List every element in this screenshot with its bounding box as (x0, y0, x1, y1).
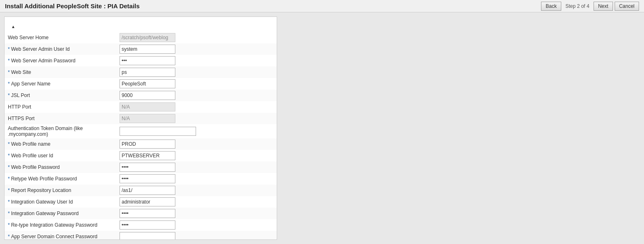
label-web_server_admin_password: * Web Server Admin Password (8, 58, 120, 64)
required-star-report_repository_location: * (8, 187, 10, 193)
input-report_repository_location[interactable] (120, 186, 175, 195)
input-web_server_admin_password[interactable] (120, 56, 175, 65)
input-integration_gateway_user_id[interactable] (120, 197, 175, 206)
label-integration_gateway_user_id: * Integration Gateway User Id (8, 199, 120, 205)
form-row-retype_web_profile_password: * Retype Web Profile Password (5, 173, 277, 185)
input-https_port (120, 114, 175, 123)
form-row-web_server_home: Web Server Home (5, 32, 277, 43)
required-star-web_profile_user_id: * (8, 153, 10, 159)
label-text-auth_token_domain: Authentication Token Domain (like .mycom… (8, 126, 116, 137)
input-web_server_admin_user_id[interactable] (120, 45, 175, 54)
form-row-web_profile_name: * Web Profile name (5, 138, 277, 150)
label-jsl_port: * JSL Port (8, 92, 120, 98)
form-row-web_server_admin_user_id: * Web Server Admin User Id (5, 43, 277, 55)
form-row-integration_gateway_user_id: * Integration Gateway User Id (5, 196, 277, 208)
label-text-web_server_admin_password: Web Server Admin Password (11, 58, 76, 64)
input-web_profile_name[interactable] (120, 140, 175, 149)
label-text-app_server_domain_connect_password: App Server Domain Connect Password (11, 234, 98, 239)
collapse-arrow[interactable]: ▲ (8, 23, 19, 31)
form-row-integration_gateway_password: * Integration Gateway Password (5, 208, 277, 219)
label-retype_web_profile_password: * Retype Web Profile Password (8, 176, 120, 182)
label-text-app_server_name: App Server Name (11, 81, 50, 87)
input-auth_token_domain[interactable] (120, 127, 196, 136)
label-text-jsl_port: JSL Port (11, 92, 30, 98)
form-row-app_server_name: * App Server Name (5, 78, 277, 90)
form-row-retype_integration_gateway_password: * Re-type Integration Gateway Password (5, 219, 277, 231)
back-button[interactable]: Back (541, 2, 561, 11)
main-content: ▲ Web Server Home* Web Server Admin User… (0, 12, 644, 244)
required-star-web_profile_name: * (8, 141, 10, 147)
label-text-web_profile_password: Web Profile Password (11, 164, 60, 170)
input-integration_gateway_password[interactable] (120, 209, 175, 218)
required-star-retype_web_profile_password: * (8, 176, 10, 182)
input-web_server_home (120, 33, 175, 42)
form-row-http_port: HTTP Port (5, 101, 277, 113)
label-auth_token_domain: Authentication Token Domain (like .mycom… (8, 126, 120, 137)
required-star-web_server_admin_user_id: * (8, 46, 10, 52)
label-text-web_profile_name: Web Profile name (11, 141, 50, 147)
form-row-web_site: * Web Site (5, 66, 277, 78)
required-star-app_server_name: * (8, 81, 10, 87)
label-text-web_server_admin_user_id: Web Server Admin User Id (11, 46, 70, 52)
label-web_profile_name: * Web Profile name (8, 141, 120, 147)
collapse-row: ▲ (5, 21, 277, 32)
label-text-web_site: Web Site (11, 69, 31, 75)
page-title: Install Additional PeopleSoft Site : PIA… (5, 2, 140, 9)
required-star-web_server_admin_password: * (8, 58, 10, 64)
required-star-integration_gateway_password: * (8, 211, 10, 216)
label-text-integration_gateway_user_id: Integration Gateway User Id (11, 199, 73, 205)
label-integration_gateway_password: * Integration Gateway Password (8, 211, 120, 216)
input-retype_integration_gateway_password[interactable] (120, 220, 175, 230)
label-text-integration_gateway_password: Integration Gateway Password (11, 211, 79, 216)
label-retype_integration_gateway_password: * Re-type Integration Gateway Password (8, 222, 120, 228)
label-text-web_server_home: Web Server Home (8, 35, 48, 40)
input-web_profile_password[interactable] (120, 163, 175, 172)
right-panel (281, 12, 644, 244)
required-star-app_server_domain_connect_password: * (8, 234, 10, 239)
form-row-report_repository_location: * Report Repository Location (5, 185, 277, 196)
form-row-jsl_port: * JSL Port (5, 90, 277, 101)
label-web_site: * Web Site (8, 69, 120, 75)
header-controls: Back Step 2 of 4 Next Cancel (541, 2, 639, 11)
label-web_profile_user_id: * Web Profile user Id (8, 153, 120, 159)
label-web_server_home: Web Server Home (8, 35, 120, 40)
label-text-web_profile_user_id: Web Profile user Id (11, 153, 53, 159)
label-http_port: HTTP Port (8, 104, 120, 110)
form-row-web_profile_user_id: * Web Profile user Id (5, 150, 277, 161)
input-http_port (120, 102, 175, 111)
cancel-button[interactable]: Cancel (615, 2, 639, 11)
form-row-web_profile_password: * Web Profile Password (5, 161, 277, 173)
label-app_server_domain_connect_password: * App Server Domain Connect Password (8, 234, 120, 239)
input-jsl_port[interactable] (120, 91, 175, 100)
form-row-https_port: HTTPS Port (5, 113, 277, 124)
label-https_port: HTTPS Port (8, 116, 120, 121)
label-report_repository_location: * Report Repository Location (8, 187, 120, 193)
label-web_profile_password: * Web Profile Password (8, 164, 120, 170)
header-bar: Install Additional PeopleSoft Site : PIA… (0, 0, 644, 12)
form-panel: ▲ Web Server Home* Web Server Admin User… (4, 17, 277, 240)
required-star-retype_integration_gateway_password: * (8, 222, 10, 228)
next-button[interactable]: Next (594, 2, 613, 11)
required-star-web_site: * (8, 69, 10, 75)
input-web_site[interactable] (120, 68, 175, 77)
label-text-report_repository_location: Report Repository Location (11, 187, 71, 193)
label-text-http_port: HTTP Port (8, 104, 31, 110)
input-app_server_name[interactable] (120, 79, 175, 88)
label-text-retype_integration_gateway_password: Re-type Integration Gateway Password (11, 222, 98, 228)
label-text-https_port: HTTPS Port (8, 116, 35, 121)
form-row-web_server_admin_password: * Web Server Admin Password (5, 55, 277, 66)
form-row-app_server_domain_connect_password: * App Server Domain Connect Password (5, 231, 277, 240)
label-text-retype_web_profile_password: Retype Web Profile Password (11, 176, 77, 182)
input-retype_web_profile_password[interactable] (120, 174, 175, 183)
required-star-integration_gateway_user_id: * (8, 199, 10, 205)
input-app_server_domain_connect_password[interactable] (120, 232, 175, 240)
input-web_profile_user_id[interactable] (120, 151, 175, 160)
required-star-jsl_port: * (8, 92, 10, 98)
label-app_server_name: * App Server Name (8, 81, 120, 87)
form-row-auth_token_domain: Authentication Token Domain (like .mycom… (5, 124, 277, 138)
label-web_server_admin_user_id: * Web Server Admin User Id (8, 46, 120, 52)
required-star-web_profile_password: * (8, 164, 10, 170)
step-label: Step 2 of 4 (563, 3, 592, 9)
